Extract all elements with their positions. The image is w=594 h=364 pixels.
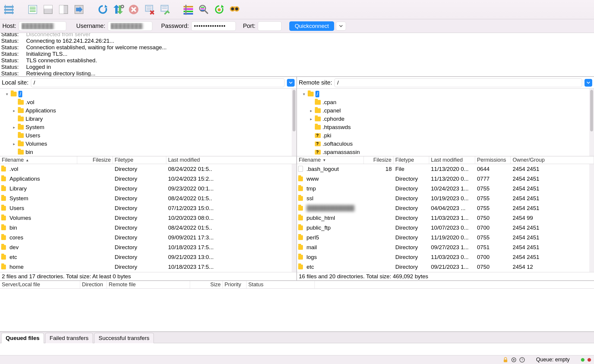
local-list[interactable]: Filename ▲ Filesize Filetype Last modifi… bbox=[0, 156, 297, 280]
col-server[interactable]: Server/Local file bbox=[0, 281, 80, 288]
col-filesize[interactable]: Filesize bbox=[364, 156, 394, 164]
local-site-dropdown[interactable] bbox=[287, 79, 295, 87]
svg-rect-30 bbox=[184, 8, 193, 10]
tree-item[interactable]: ▸System bbox=[4, 123, 296, 131]
list-item[interactable]: etcDirectory09/21/2023 1...07502454 12 bbox=[297, 262, 594, 272]
tree-item[interactable]: ▾/ bbox=[301, 90, 594, 98]
refresh-icon[interactable] bbox=[96, 2, 110, 17]
compare-icon[interactable] bbox=[197, 2, 211, 17]
col-remote[interactable]: Remote file bbox=[107, 281, 190, 288]
col-direction[interactable]: Direction bbox=[80, 281, 107, 288]
transfer-queue[interactable]: Server/Local file Direction Remote file … bbox=[0, 281, 594, 332]
list-item[interactable]: ████████████Directory04/04/2023 ...07552… bbox=[297, 203, 594, 213]
list-item[interactable]: .volDirectory08/24/2022 01:5.. bbox=[0, 164, 296, 174]
reconnect-icon[interactable] bbox=[157, 2, 172, 17]
tab-failed-transfers[interactable]: Failed transfers bbox=[45, 333, 93, 343]
filter-icon[interactable] bbox=[181, 2, 195, 17]
toggle-log-icon[interactable] bbox=[26, 2, 40, 17]
tree-item[interactable]: ▾/ bbox=[4, 90, 296, 98]
toggle-remote-tree-icon[interactable] bbox=[56, 2, 71, 17]
help-icon[interactable]: ? bbox=[519, 357, 525, 363]
list-item[interactable]: tmpDirectory10/24/2023 1...07552454 2451 bbox=[297, 184, 594, 193]
password-input[interactable] bbox=[191, 21, 236, 31]
quickconnect-history-dropdown[interactable] bbox=[336, 22, 346, 31]
list-item[interactable]: VolumesDirectory10/20/2023 08:0... bbox=[0, 213, 296, 223]
tree-item[interactable]: .pki bbox=[301, 131, 594, 140]
col-filetype[interactable]: Filetype bbox=[113, 156, 166, 164]
disconnect-icon[interactable] bbox=[142, 2, 156, 17]
col-status[interactable]: Status bbox=[247, 281, 315, 288]
list-item[interactable]: sslDirectory10/19/2023 0...07552454 2451 bbox=[297, 193, 594, 203]
list-item[interactable]: devDirectory10/18/2023 17:5... bbox=[0, 242, 296, 252]
tree-twisty-icon[interactable]: ▸ bbox=[308, 117, 314, 121]
site-manager-icon[interactable] bbox=[2, 2, 16, 17]
tree-item[interactable]: Library bbox=[4, 115, 296, 123]
tree-item[interactable]: Users bbox=[4, 131, 296, 140]
message-log[interactable]: Status:Disconnected from serverStatus:Co… bbox=[0, 33, 594, 77]
lock-icon[interactable] bbox=[503, 357, 508, 363]
remote-tree[interactable]: ▾/.cpan▸.cpanel▸.cphorde.htpasswds.pki.s… bbox=[297, 89, 594, 156]
remote-tree-scrollbar[interactable] bbox=[589, 89, 594, 156]
list-item[interactable]: mailDirectory09/27/2023 1...07512454 245… bbox=[297, 242, 594, 252]
list-item[interactable]: binDirectory08/24/2022 01:5.. bbox=[0, 223, 296, 233]
col-priority[interactable]: Priority bbox=[223, 281, 247, 288]
quickconnect-button[interactable]: Quickconnect bbox=[289, 21, 334, 31]
toggle-queue-icon[interactable] bbox=[72, 2, 86, 17]
col-size[interactable]: Size bbox=[190, 281, 223, 288]
tree-item[interactable]: bin bbox=[4, 148, 296, 156]
cancel-icon[interactable] bbox=[127, 2, 141, 17]
tree-item[interactable]: .softaculous bbox=[301, 140, 594, 148]
tree-twisty-icon[interactable]: ▸ bbox=[11, 142, 17, 146]
list-item[interactable]: etcDirectory09/21/2023 13:0... bbox=[0, 252, 296, 262]
gear-icon[interactable] bbox=[511, 357, 516, 363]
tab-successful-transfers[interactable]: Successful transfers bbox=[94, 333, 154, 343]
list-item[interactable]: perl5Directory11/19/2020 0...07552454 24… bbox=[297, 233, 594, 242]
search-icon[interactable] bbox=[228, 2, 242, 17]
sync-browse-icon[interactable] bbox=[212, 2, 226, 17]
tab-queued-files[interactable]: Queued files bbox=[1, 333, 44, 343]
tree-item[interactable]: ▸Volumes bbox=[4, 140, 296, 148]
tree-item[interactable]: ▸.cphorde bbox=[301, 115, 594, 123]
tree-twisty-icon[interactable]: ▾ bbox=[301, 92, 307, 96]
col-filename[interactable]: Filename ▼ bbox=[297, 156, 364, 164]
col-owner[interactable]: Owner/Group bbox=[511, 156, 594, 164]
list-item[interactable]: logsDirectory11/03/2023 0...07002454 245… bbox=[297, 252, 594, 262]
list-item[interactable]: public_ftpDirectory10/07/2023 0...070024… bbox=[297, 223, 594, 233]
remote-site-dropdown[interactable] bbox=[584, 79, 592, 87]
tree-twisty-icon[interactable]: ▸ bbox=[308, 108, 314, 113]
local-site-input[interactable] bbox=[31, 78, 285, 87]
port-input[interactable] bbox=[258, 21, 282, 31]
col-lastmod[interactable]: Last modified bbox=[166, 156, 296, 164]
list-item[interactable]: public_htmlDirectory11/03/2023 1...07502… bbox=[297, 213, 594, 223]
tree-item[interactable]: .htpasswds bbox=[301, 123, 594, 131]
local-tree-scrollbar[interactable] bbox=[292, 89, 296, 156]
local-tree[interactable]: ▾/.vol▸ApplicationsLibrary▸SystemUsers▸V… bbox=[0, 89, 297, 156]
list-item[interactable]: SystemDirectory08/24/2022 01:5.. bbox=[0, 193, 296, 203]
tree-twisty-icon[interactable]: ▸ bbox=[11, 125, 17, 130]
tree-twisty-icon[interactable]: ▾ bbox=[4, 92, 10, 96]
list-item[interactable]: ApplicationsDirectory10/24/2023 15:2... bbox=[0, 174, 296, 184]
process-queue-icon[interactable] bbox=[111, 2, 125, 17]
remote-list[interactable]: Filename ▼ Filesize Filetype Last modifi… bbox=[297, 156, 594, 280]
col-filename[interactable]: Filename ▲ bbox=[0, 156, 77, 164]
remote-site-input[interactable] bbox=[334, 78, 582, 87]
host-input[interactable] bbox=[19, 21, 66, 31]
col-lastmod[interactable]: Last modified bbox=[429, 156, 475, 164]
list-item[interactable]: wwwDirectory11/13/2020 0...07772454 2451 bbox=[297, 174, 594, 184]
toggle-local-tree-icon[interactable] bbox=[41, 2, 55, 17]
list-item[interactable]: LibraryDirectory09/23/2022 00:1... bbox=[0, 184, 296, 193]
tree-item[interactable]: .vol bbox=[4, 98, 296, 107]
tree-item[interactable]: .cpan bbox=[301, 98, 594, 107]
col-filetype[interactable]: Filetype bbox=[394, 156, 429, 164]
list-item[interactable]: .bash_logout18File11/13/2020 0...0644245… bbox=[297, 164, 594, 174]
tree-twisty-icon[interactable]: ▸ bbox=[11, 108, 17, 113]
tree-item[interactable]: ▸.cpanel bbox=[301, 107, 594, 115]
username-input[interactable] bbox=[108, 21, 152, 31]
list-item[interactable]: coresDirectory09/09/2021 17:3... bbox=[0, 233, 296, 242]
list-item[interactable]: homeDirectory10/18/2023 17:5... bbox=[0, 262, 296, 272]
col-perms[interactable]: Permissions bbox=[475, 156, 511, 164]
tree-item[interactable]: .spamassassin bbox=[301, 148, 594, 156]
list-item[interactable]: UsersDirectory07/12/2023 15:0... bbox=[0, 203, 296, 213]
col-filesize[interactable]: Filesize bbox=[77, 156, 113, 164]
tree-item[interactable]: ▸Applications bbox=[4, 107, 296, 115]
